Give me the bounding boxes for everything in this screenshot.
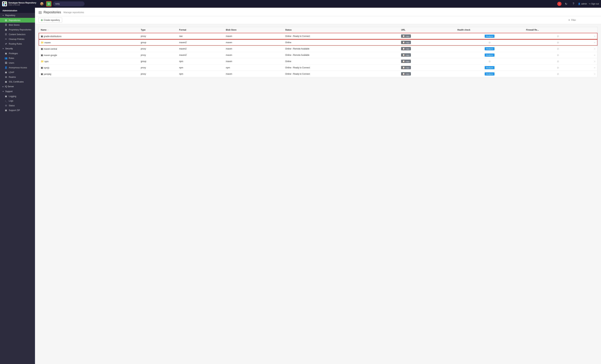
chevron-right-icon[interactable]: ›: [594, 48, 595, 50]
copy-url-button[interactable]: 📋 copy: [401, 47, 411, 50]
admin-gear-button[interactable]: ⚙: [46, 1, 52, 7]
table-body: ▣gradle-distributions proxy raw maven On…: [39, 33, 598, 77]
create-button-label: Create repository: [44, 19, 60, 21]
sidebar-item-label: Cleanup Policies: [9, 38, 24, 40]
sidebar-item-logs[interactable]: ›_ Logs: [0, 98, 35, 103]
cell-name[interactable]: ▣maven-central: [39, 46, 139, 52]
cell-chevron[interactable]: ›: [592, 65, 598, 71]
cell-name[interactable]: 📁maven: [39, 39, 139, 46]
cell-health-check[interactable]: Analyze: [455, 65, 524, 71]
analyze-button[interactable]: Analyze: [485, 47, 494, 50]
cell-chevron[interactable]: ›: [592, 33, 598, 39]
cell-name[interactable]: ▣gradle-distributions: [39, 33, 139, 39]
sidebar-item-ssl-certificates[interactable]: ▣ SSL Certificates: [0, 79, 35, 84]
cell-name[interactable]: ▣maven-google: [39, 52, 139, 58]
firewall-disabled-icon: ⊘: [557, 60, 559, 63]
sidebar-group-iq-server[interactable]: ◈ IQ Server: [0, 84, 35, 89]
analyze-button[interactable]: Analyze: [485, 53, 494, 57]
copy-url-button[interactable]: 📋 copy: [401, 72, 411, 76]
cell-chevron[interactable]: ›: [592, 71, 598, 77]
chevron-right-icon[interactable]: ›: [594, 35, 595, 37]
user-icon: 👤: [578, 3, 581, 5]
copy-url-button[interactable]: 📋 copy: [401, 60, 411, 63]
cell-health-check[interactable]: Analyze: [455, 52, 524, 58]
cell-url[interactable]: 📋 copy: [399, 39, 455, 46]
sidebar-item-privileges[interactable]: ▣ Privileges: [0, 51, 35, 56]
analyze-button[interactable]: Analyze: [485, 72, 494, 76]
cell-chevron[interactable]: ›: [592, 58, 598, 65]
sidebar-item-repositories[interactable]: ▤ Repositories: [0, 18, 35, 23]
refresh-button[interactable]: ↻: [563, 1, 569, 7]
cell-url[interactable]: 📋 copy: [399, 52, 455, 58]
copy-url-button[interactable]: 📋 copy: [401, 53, 411, 57]
sidebar-item-ldap[interactable]: ▣ LDAP: [0, 70, 35, 75]
create-repository-button[interactable]: ⊕ Create repository: [39, 18, 62, 23]
copy-url-button[interactable]: 📋 copy: [401, 41, 411, 44]
chevron-right-icon[interactable]: ›: [594, 66, 595, 69]
sidebar: Administration ▼ Repository ▤ Repositori…: [0, 8, 35, 364]
roles-icon: 👥: [5, 57, 7, 59]
brand-title: Sonatype Nexus Repository: [8, 1, 36, 4]
cell-name[interactable]: ▣yarnpkg: [39, 71, 139, 77]
chevron-right-icon[interactable]: ›: [594, 73, 595, 75]
analyze-button[interactable]: Analyze: [485, 35, 494, 38]
cell-url[interactable]: 📋 copy: [399, 58, 455, 65]
sidebar-item-cleanup-policies[interactable]: ✂ Cleanup Policies: [0, 37, 35, 41]
search-input[interactable]: netty: [53, 1, 84, 6]
sidebar-item-status[interactable]: ⊙ Status: [0, 103, 35, 108]
browse-button[interactable]: 📦: [39, 1, 45, 7]
sidebar-item-roles[interactable]: 👥 Roles: [0, 56, 35, 60]
cell-health-check[interactable]: Analyze: [455, 71, 524, 77]
sidebar-group-repository[interactable]: ▼ Repository: [0, 13, 35, 18]
plus-icon: ⊕: [41, 19, 43, 21]
cleanup-icon: ✂: [5, 38, 7, 40]
cell-firewall: ⊘: [524, 65, 592, 71]
help-button[interactable]: ?: [571, 1, 576, 7]
copy-url-button[interactable]: 📋 copy: [401, 66, 411, 69]
cell-health-check[interactable]: Analyze: [455, 33, 524, 39]
sidebar-item-realms[interactable]: ⊞ Realms: [0, 75, 35, 79]
navbar: Sonatype Nexus Repository OSS 3.72.0-04 …: [0, 0, 601, 8]
cell-health-check[interactable]: ⊘: [455, 58, 524, 65]
group-label: Security: [5, 47, 13, 50]
sidebar-group-security[interactable]: ▼ Security: [0, 46, 35, 51]
cell-health-check[interactable]: Analyze: [455, 46, 524, 52]
cell-url[interactable]: 📋 copy: [399, 65, 455, 71]
sidebar-item-blob-stores[interactable]: 🗄 Blob Stores: [0, 23, 35, 27]
sidebar-item-anonymous-access[interactable]: 👤 Anonymous Access: [0, 65, 35, 70]
cell-name[interactable]: ▣npmjs: [39, 65, 139, 71]
sidebar-item-routing-rules[interactable]: ⇄ Routing Rules: [0, 41, 35, 46]
sidebar-item-content-selectors[interactable]: ☰ Content Selectors: [0, 32, 35, 37]
chevron-right-icon[interactable]: ›: [594, 60, 595, 63]
disabled-icon: ⊘: [489, 41, 491, 44]
chevron-right-icon[interactable]: ›: [594, 41, 595, 44]
cell-chevron[interactable]: ›: [592, 46, 598, 52]
signout-button[interactable]: ↪ Sign out: [589, 3, 599, 5]
sidebar-item-users[interactable]: 🖼 Users: [0, 60, 35, 65]
sidebar-item-label: Blob Stores: [9, 24, 20, 26]
cell-name[interactable]: 📁npm: [39, 58, 139, 65]
sidebar-item-label: Realms: [9, 76, 16, 78]
sidebar-item-logging[interactable]: ▣ Logging: [0, 94, 35, 98]
copy-url-button[interactable]: 📋 copy: [401, 34, 411, 38]
sidebar-item-proprietary-repos[interactable]: ▦ Proprietary Repositories: [0, 27, 35, 32]
cell-status: Online - Remote Available: [283, 52, 399, 58]
cell-url[interactable]: 📋 copy: [399, 46, 455, 52]
user-menu[interactable]: 👤 admin: [578, 3, 587, 5]
cell-url[interactable]: 📋 copy: [399, 71, 455, 77]
cell-chevron[interactable]: ›: [592, 39, 598, 46]
cell-chevron[interactable]: ›: [592, 52, 598, 58]
analyze-button[interactable]: Analyze: [485, 66, 494, 69]
content-selectors-icon: ☰: [5, 33, 7, 36]
chevron-right-icon[interactable]: ›: [594, 54, 595, 56]
sidebar-group-support[interactable]: ▼ Support: [0, 89, 35, 94]
sidebar-item-support-zip[interactable]: ▣ Support ZIP: [0, 108, 35, 113]
filter-input[interactable]: [571, 19, 598, 21]
col-name[interactable]: Name ↑: [39, 27, 139, 33]
svg-rect-3: [5, 4, 6, 5]
firewall-disabled-icon: ⊘: [557, 41, 559, 44]
disabled-icon: ⊘: [489, 60, 491, 63]
cell-health-check[interactable]: ⊘: [455, 39, 524, 46]
cell-url[interactable]: 📋 copy: [399, 33, 455, 39]
alert-badge[interactable]: !: [557, 2, 561, 6]
